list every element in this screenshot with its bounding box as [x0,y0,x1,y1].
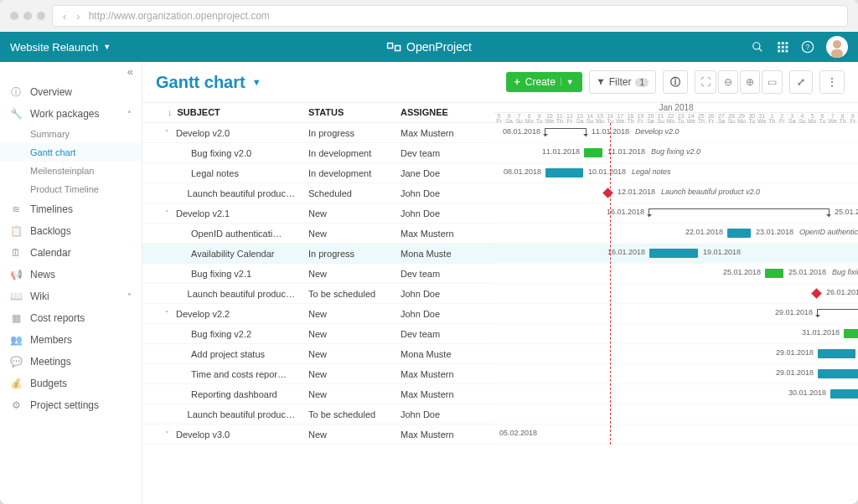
gantt-bar[interactable] [584,148,602,157]
chevron-down-icon[interactable]: ˅ [165,129,172,137]
sidebar-item-cost-reports[interactable]: ▦Cost reports [0,307,142,329]
day-column: 2Fr [778,113,788,123]
gantt-bar[interactable] [765,269,783,278]
sidebar-sub-summary[interactable]: Summary [0,125,142,143]
table-row[interactable]: Launch beautiful produc…To be scheduledJ… [142,284,494,304]
gantt-bar[interactable] [545,168,583,177]
day-column: 9Fr [848,113,858,123]
create-button[interactable]: + Create ▼ [506,72,582,92]
info-button[interactable]: ⓘ [663,70,688,94]
sidebar-sub-product-timeline[interactable]: Product Timeline [0,180,142,198]
gantt-row[interactable]: 11.01.201811.01.2018Bug fixing v2.0 [494,143,858,163]
day-column: 7We [828,113,838,123]
sidebar-item-wiki[interactable]: 📖Wiki˅ [0,285,142,307]
day-column: 10We [545,113,555,123]
gantt-row[interactable]: 02.02.20 [494,404,858,424]
gantt-row[interactable]: 30.01.201801.02.2018 [494,384,858,404]
apps-icon[interactable] [776,40,789,54]
expand-all-icon[interactable]: ↓ [168,107,173,117]
table-row[interactable]: Bug fixing v2.0In developmentDev team [142,143,494,163]
sidebar-sub-meilensteinplan[interactable]: Meilensteinplan [0,162,142,180]
day-column: 24We [686,113,696,123]
table-row[interactable]: Legal notesIn developmentJane Doe [142,163,494,183]
title-caret-icon[interactable]: ▼ [252,77,261,87]
row-status: In progress [302,128,394,138]
table-row[interactable]: Bug fixing v2.1NewDev team [142,264,494,284]
table-row[interactable]: Availability CalendarIn progressMona Mus… [142,244,494,264]
table-row[interactable]: ˅Develop v2.2NewJohn Doe [142,304,494,324]
gantt-row[interactable]: 05.02.2018 [494,424,858,445]
gantt-row[interactable]: 25.01.201825.01.2018Bug fixing v2.1 [494,264,858,284]
gantt-row[interactable]: 16.01.201825.01.2018Develop v2.1 [494,203,858,224]
day-column: 16Tu [606,113,616,123]
sidebar-item-budgets[interactable]: 💰Budgets [0,373,142,394]
sidebar-item-backlogs[interactable]: 📋Backlogs [0,220,142,242]
nav-fwd-icon[interactable]: › [75,10,81,23]
sidebar-item-label: Members [30,334,72,346]
col-status[interactable]: STATUS [302,103,394,122]
milestone-diamond[interactable] [602,188,613,198]
table-row[interactable]: ˅Develop v2.0In progressMax Mustern [142,123,494,143]
gantt-row[interactable]: 31.01.201801.02.2018 [494,324,858,344]
gantt-row[interactable]: 12.01.2018Launch beautiful product v2.0 [494,183,858,203]
gantt-row[interactable]: 29.01.201801.02.2018 [494,364,858,384]
sidebar-item-meetings[interactable]: 💬Meetings [0,351,142,373]
day-column: 14Su [586,113,596,123]
gantt-chart[interactable]: Jan 2018 5Fr6Sa7Su8Mo9Tu10We11Th12Fr13Sa… [494,103,858,504]
gantt-row[interactable]: 08.01.201811.01.2018Develop v2.0 [494,123,858,143]
toggle-gantt-button[interactable]: ▭ [762,70,783,94]
table-row[interactable]: Launch beautiful produc…To be scheduledJ… [142,404,494,424]
gantt-row[interactable]: 29.01.201801.02.2018 [494,304,858,324]
gantt-row[interactable]: 29.01.201831.01.2018A [494,344,858,364]
filter-button[interactable]: Filter 1 [589,70,656,94]
table-row[interactable]: Reporting dashboardNewMax Mustern [142,384,494,404]
gantt-bar[interactable] [818,369,858,378]
row-assignee: Dev team [394,269,486,279]
sidebar-item-calendar[interactable]: 🗓Calendar [0,242,142,264]
table-row[interactable]: OpenID authenticati…NewMax Mustern [142,224,494,244]
table-row[interactable]: ˅Develop v3.0NewMax Mustern [142,424,494,445]
more-menu-button[interactable]: ⋮ [819,70,845,94]
table-row[interactable]: Add project statusNewMona Muste [142,344,494,364]
help-icon[interactable]: ? [801,40,814,54]
zoom-auto-button[interactable]: ⛶ [695,70,716,94]
zoom-in-button[interactable]: ⊕ [740,70,760,94]
gantt-row[interactable]: 08.01.201810.01.2018Legal notes [494,163,858,183]
gantt-row[interactable]: 22.01.201823.01.2018OpenID authenticatio… [494,224,858,244]
avatar[interactable] [826,36,848,58]
nav-back-icon[interactable]: ‹ [61,10,68,23]
gantt-bar[interactable] [649,249,698,258]
sidebar-item-timelines[interactable]: ≋Timelines [0,198,142,220]
day-column: 1Th [768,113,778,123]
gantt-bar[interactable] [830,389,858,399]
sidebar-collapse-icon[interactable]: « [0,62,142,81]
sidebar-sub-gantt-chart[interactable]: Gantt chart [0,143,142,162]
url-bar[interactable]: ‹ › http://www.organization.openproject.… [52,5,848,27]
table-pane: ↓SUBJECT STATUS ASSIGNEE ˅Develop v2.0In… [142,103,494,504]
gantt-bar[interactable] [727,229,751,238]
plus-icon: + [514,76,520,88]
search-icon[interactable] [751,40,764,54]
sidebar-item-news[interactable]: 📢News [0,264,142,285]
sidebar-item-project-settings[interactable]: ⚙Project settings [0,394,142,416]
project-selector[interactable]: Website Relaunch ▼ [10,41,111,54]
sidebar-item-overview[interactable]: ⓘOverview [0,81,142,103]
table-row[interactable]: Bug fixing v2.2NewDev team [142,324,494,344]
table-row[interactable]: Time and costs repor…NewMax Mustern [142,364,494,384]
sidebar-item-members[interactable]: 👥Members [0,329,142,351]
col-assignee[interactable]: ASSIGNEE [394,103,486,122]
fullscreen-button[interactable]: ⤢ [789,70,813,94]
zoom-out-button[interactable]: ⊖ [718,70,738,94]
gantt-row[interactable]: 26.01.2018Launch beautiful product v2.1 [494,284,858,304]
gantt-bar[interactable] [844,329,858,338]
chevron-down-icon[interactable]: ˅ [165,430,172,439]
gantt-bar[interactable] [818,349,855,358]
table-row[interactable]: ˅Develop v2.1NewJohn Doe [142,203,494,224]
milestone-diamond[interactable] [811,288,822,299]
table-row[interactable]: Launch beautiful produc…ScheduledJohn Do… [142,183,494,203]
chevron-down-icon[interactable]: ˅ [165,310,172,318]
sidebar-item-work-packages[interactable]: 🔧Work packages˄ [0,103,142,125]
chevron-down-icon[interactable]: ˅ [165,209,172,218]
gantt-row[interactable]: 16.01.201819.01.2018 [494,244,858,264]
col-subject[interactable]: SUBJECT [178,107,220,117]
